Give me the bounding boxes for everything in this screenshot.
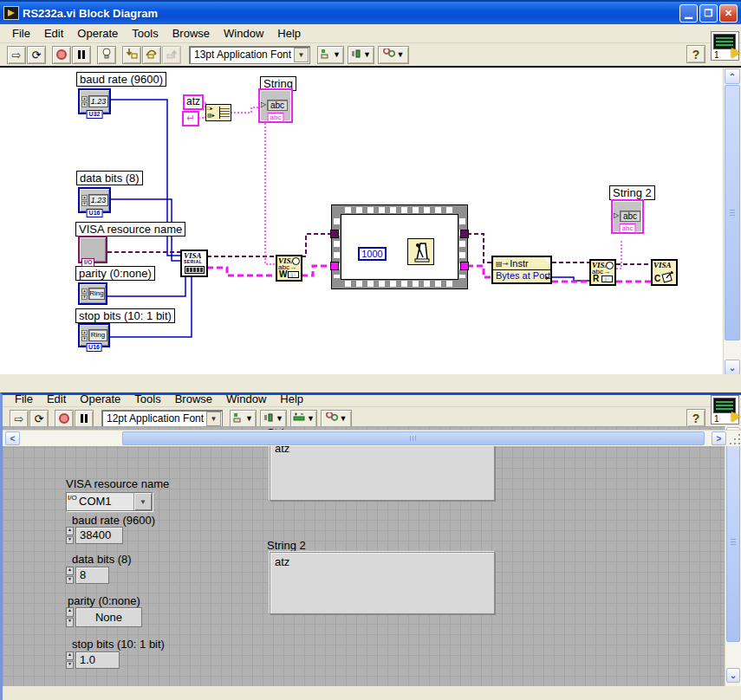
parity-value[interactable]: None bbox=[75, 607, 142, 627]
reorder-objects-dropdown[interactable]: ▼ bbox=[321, 410, 352, 428]
distribute-objects-dropdown[interactable]: ▼ bbox=[348, 46, 374, 64]
data-bits-terminal-label[interactable]: data bits (8) bbox=[76, 171, 143, 185]
increment-decrement-buttons[interactable]: ▲▼ bbox=[66, 607, 74, 627]
data-bits-control[interactable]: ▲▼ 8 bbox=[66, 567, 109, 584]
menu-edit[interactable]: Edit bbox=[37, 25, 70, 42]
vi-panel-icon[interactable]: 1 bbox=[711, 31, 739, 61]
run-continuous-button[interactable]: ⟳ bbox=[27, 46, 46, 64]
menu-file[interactable]: File bbox=[5, 25, 37, 42]
stop-bits-terminal-label[interactable]: stop bits (10: 1 bit) bbox=[75, 308, 175, 323]
close-button[interactable]: ✕ bbox=[719, 4, 738, 23]
vi-panel-icon[interactable]: 1 bbox=[711, 395, 739, 425]
visa-resource-terminal[interactable]: I/O bbox=[78, 236, 107, 263]
scroll-down-button[interactable]: ⌄ bbox=[725, 360, 740, 374]
carriage-return-constant[interactable]: ↵ bbox=[182, 111, 199, 126]
step-over-button[interactable] bbox=[142, 46, 161, 64]
menu-help[interactable]: Help bbox=[270, 25, 308, 42]
visa-close-node[interactable]: VISA C bbox=[651, 259, 678, 286]
baud-rate-control[interactable]: ▲▼ 38400 bbox=[66, 527, 123, 544]
resize-objects-dropdown[interactable]: ▼ bbox=[290, 410, 317, 428]
font-selector[interactable]: 12pt Application Font ▼ bbox=[101, 410, 223, 428]
atz-string-constant[interactable]: atz bbox=[183, 94, 204, 110]
baud-rate-value[interactable]: 38400 bbox=[75, 527, 123, 544]
scroll-right-button[interactable]: > bbox=[712, 431, 726, 445]
vertical-scroll-thumb[interactable] bbox=[726, 443, 740, 642]
string-display[interactable]: atz bbox=[270, 438, 495, 501]
horizontal-scroll-thumb[interactable] bbox=[122, 431, 705, 445]
run-continuous-button[interactable]: ⟳ bbox=[29, 410, 49, 428]
run-button[interactable]: ⇨ bbox=[10, 410, 29, 428]
maximize-button[interactable]: ❐ bbox=[699, 4, 718, 23]
combo-dropdown-button[interactable]: ▼ bbox=[134, 493, 152, 510]
fp-vertical-scrollbar[interactable]: ⌃ ⌄ bbox=[725, 426, 741, 686]
align-objects-dropdown[interactable]: ▼ bbox=[230, 410, 257, 428]
property-node-bytes-at-port[interactable]: ▤⊸ Instr Bytes at Port ▸ bbox=[491, 256, 552, 284]
wait-ms-function[interactable] bbox=[407, 238, 434, 265]
menu-tools[interactable]: Tools bbox=[125, 25, 165, 42]
string2-indicator-label[interactable]: String 2 bbox=[609, 185, 655, 200]
block-diagram-canvas[interactable]: baud rate (9600) data bits (8) VISA reso… bbox=[0, 66, 741, 374]
menu-window[interactable]: Window bbox=[217, 25, 270, 42]
pause-button[interactable] bbox=[75, 410, 94, 428]
menu-tools[interactable]: Tools bbox=[127, 395, 167, 407]
menu-help[interactable]: Help bbox=[273, 395, 310, 407]
menu-operate[interactable]: Operate bbox=[70, 25, 125, 42]
visa-resource-combo[interactable]: I/O COM1 ▼ bbox=[66, 492, 153, 511]
bd-vertical-scrollbar[interactable]: ⌃ ⌄ bbox=[723, 68, 741, 374]
baud-rate-terminal-label[interactable]: baud rate (9600) bbox=[76, 72, 166, 87]
sequence-structure-frame[interactable] bbox=[331, 204, 468, 289]
vertical-scroll-thumb[interactable] bbox=[725, 85, 740, 340]
menu-browse[interactable]: Browse bbox=[166, 25, 217, 42]
menu-edit[interactable]: Edit bbox=[40, 395, 73, 407]
menu-window[interactable]: Window bbox=[219, 395, 273, 407]
step-out-button[interactable] bbox=[162, 46, 181, 64]
menu-file[interactable]: File bbox=[8, 395, 40, 407]
font-selector[interactable]: 13pt Application Font ▼ bbox=[189, 46, 310, 64]
menu-browse[interactable]: Browse bbox=[168, 395, 219, 407]
increment-decrement-buttons[interactable]: ▲▼ bbox=[66, 567, 74, 584]
data-bits-terminal[interactable]: ▲▼ 1.23 U16 bbox=[78, 187, 111, 213]
scroll-up-button[interactable]: ⌃ bbox=[725, 68, 740, 84]
increment-decrement-buttons[interactable]: ▲▼ bbox=[66, 527, 74, 544]
wait-ms-constant[interactable]: 1000 bbox=[358, 247, 387, 261]
resize-grip[interactable] bbox=[728, 432, 740, 444]
stop-bits-value[interactable]: 1.0 bbox=[75, 651, 120, 669]
reorder-objects-dropdown[interactable]: ▼ bbox=[378, 46, 409, 64]
visa-resource-terminal-label[interactable]: VISA resource name bbox=[75, 222, 185, 237]
parity-terminal[interactable]: ▲▼ Ring bbox=[78, 282, 107, 305]
concatenate-strings-function[interactable]: □▸▨▸ bbox=[205, 104, 231, 121]
increment-decrement-buttons[interactable]: ▲▼ bbox=[66, 651, 74, 669]
title-bar[interactable]: RS232a.vi Block Diagram ▁ ❐ ✕ bbox=[0, 0, 741, 24]
visa-write-node[interactable]: VISA abc→ W ▯⁞ bbox=[276, 255, 302, 282]
string2-display[interactable]: atz bbox=[270, 552, 495, 614]
data-bits-value[interactable]: 8 bbox=[75, 567, 109, 584]
distribute-objects-dropdown[interactable]: ▼ bbox=[260, 410, 287, 428]
stop-bits-control[interactable]: ▲▼ 1.0 bbox=[66, 651, 120, 669]
font-selector-dropdown-icon[interactable]: ▼ bbox=[294, 48, 309, 62]
abort-button[interactable] bbox=[55, 410, 74, 428]
increment-decrement-icon: ▲▼ bbox=[81, 330, 88, 341]
scroll-down-button[interactable]: ⌄ bbox=[726, 668, 740, 683]
visa-configure-serial-port-node[interactable]: VISA SERIAL bbox=[180, 250, 208, 277]
highlight-execution-button[interactable] bbox=[97, 46, 116, 64]
scroll-left-button[interactable]: < bbox=[5, 431, 20, 445]
visa-read-node[interactable]: VISA abc→ R ▯⁞ bbox=[589, 259, 616, 286]
abort-button[interactable] bbox=[52, 46, 71, 64]
step-into-button[interactable] bbox=[122, 46, 141, 64]
font-selector-dropdown-icon[interactable]: ▼ bbox=[206, 412, 221, 426]
menu-operate[interactable]: Operate bbox=[73, 395, 127, 407]
context-help-button[interactable]: ? bbox=[686, 409, 705, 427]
minimize-button[interactable]: ▁ bbox=[679, 4, 698, 23]
run-button[interactable]: ⇨ bbox=[7, 46, 26, 64]
stop-bits-terminal[interactable]: ▲▼ Ring U16 bbox=[78, 323, 110, 347]
parity-terminal-label[interactable]: parity (0:none) bbox=[75, 266, 155, 281]
parity-ring-control[interactable]: ▲▼ None bbox=[66, 607, 142, 627]
fp-horizontal-scrollbar[interactable]: < > bbox=[3, 430, 741, 446]
string-indicator-terminal[interactable]: ▷ abc abc bbox=[258, 88, 293, 123]
align-objects-dropdown[interactable]: ▼ bbox=[317, 46, 344, 64]
context-help-button[interactable]: ? bbox=[686, 45, 705, 63]
baud-rate-terminal[interactable]: ▲▼ 1.23 U32 bbox=[78, 88, 111, 114]
pause-button[interactable] bbox=[72, 46, 91, 64]
front-panel-canvas[interactable]: String atz String 2 atz VISA resource na… bbox=[3, 426, 725, 686]
string2-indicator-terminal[interactable]: ▷ abc abc bbox=[611, 199, 644, 234]
